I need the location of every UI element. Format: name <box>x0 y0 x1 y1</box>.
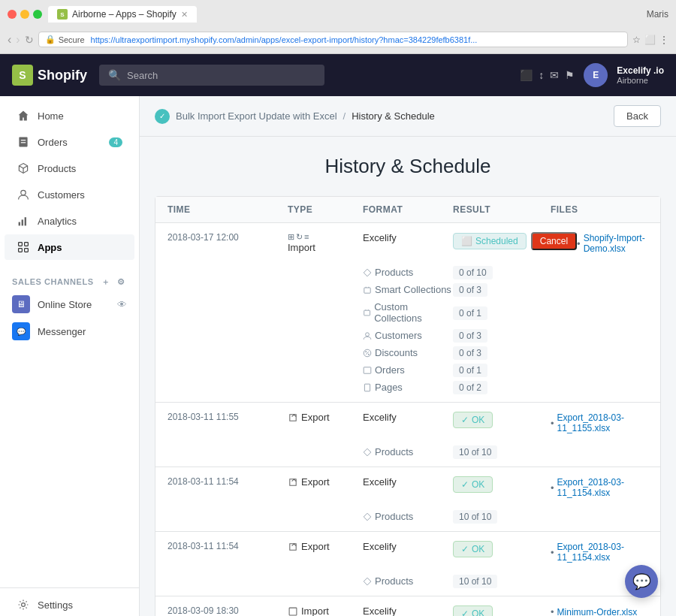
back-button[interactable]: Back <box>614 105 661 127</box>
add-channel-icon[interactable]: ＋ <box>100 276 112 288</box>
file-link-5a[interactable]: Minimum-Order.xlsx <box>557 607 638 617</box>
close-dot[interactable] <box>8 10 17 19</box>
breadcrumb-bar: ✓ Bulk Import Export Update with Excel /… <box>140 96 676 137</box>
maximize-dot[interactable] <box>33 10 42 19</box>
shopify-app: S shopify 🔍 ⬛ ↕ ✉ ⚑ E Excelify .io Airbo… <box>0 54 676 616</box>
file-link-3[interactable]: Export_2018-03-11_1154.xlsx <box>557 477 648 498</box>
export-icon-2 <box>288 412 298 423</box>
sidebar: Home Orders 4 Products <box>0 96 140 616</box>
svg-marker-29 <box>364 448 371 456</box>
channel-online-store-label: Online Store <box>38 299 92 310</box>
page-icon <box>363 383 372 392</box>
custom-col-icon <box>363 308 371 317</box>
row-main-5: 2018-03-09 18:30 Import Excelify ✓ <box>155 596 660 616</box>
cell-time-2: 2018-03-11 11:55 <box>167 412 288 422</box>
tab-close-icon[interactable]: ✕ <box>181 10 188 20</box>
sidebar-label-home: Home <box>38 110 64 122</box>
svg-rect-10 <box>19 243 23 246</box>
minimize-dot[interactable] <box>20 10 29 19</box>
svg-rect-9 <box>25 217 26 225</box>
cell-format-5: Excelify <box>363 605 453 616</box>
table-icon-1: ⊞ <box>288 232 294 242</box>
cell-files-1: • Shopify-Import-Demo.xlsx <box>577 232 648 255</box>
chat-bubble[interactable]: 💬 <box>625 565 658 598</box>
sub-row-3-1: Products 10 of 10 <box>155 508 660 531</box>
sidebar-bottom: Settings <box>0 587 139 616</box>
browser-tab[interactable]: S Airborne – Apps – Shopify ✕ <box>48 6 197 23</box>
settings-channel-icon[interactable]: ⚙ <box>115 276 127 288</box>
sub-count-products-2: 10 of 10 <box>453 446 551 457</box>
cell-result-1: ⬜ Scheduled Cancel <box>453 232 577 250</box>
online-store-icon: 🖥 <box>12 295 30 313</box>
svg-point-14 <box>22 603 26 607</box>
file-link-4[interactable]: Export_2018-03-11_1154.xlsx <box>557 542 648 563</box>
tab-label: Airborne – Apps – Shopify <box>72 9 177 20</box>
svg-point-6 <box>21 190 26 195</box>
nav-icon-1[interactable]: ⬛ <box>520 69 533 81</box>
cancel-button[interactable]: Cancel <box>531 232 577 250</box>
sidebar-item-customers[interactable]: Customers <box>5 182 134 207</box>
sidebar-item-orders[interactable]: Orders 4 <box>5 129 134 155</box>
lock-icon: 🔒 <box>45 35 56 44</box>
file-list-3: • Export_2018-03-11_1154.xlsx <box>551 476 648 499</box>
online-store-eye-icon[interactable]: 👁 <box>117 299 127 310</box>
header-result: Result <box>453 204 551 215</box>
svg-rect-7 <box>19 222 20 226</box>
browser-dots <box>8 10 42 19</box>
extension-icon[interactable]: ⬜ <box>644 35 656 45</box>
sub-label-customers: Customers <box>363 330 453 341</box>
sub-count-discounts: 0 of 3 <box>453 347 551 358</box>
collection-icon <box>363 285 372 294</box>
svg-rect-12 <box>19 249 23 252</box>
nav-right: ⬛ ↕ ✉ ⚑ E Excelify .io Airborne <box>520 63 664 87</box>
check-icon-3: ✓ <box>461 479 469 490</box>
chat-icon: 💬 <box>632 572 651 590</box>
cell-format-4: Excelify <box>363 541 453 552</box>
sidebar-item-apps[interactable]: Apps <box>5 234 134 260</box>
table-row: 2018-03-17 12:00 ⊞ ↻ ≡ Import <box>155 223 660 403</box>
user-avatar[interactable]: E <box>584 63 608 87</box>
nav-icon-3[interactable]: ✉ <box>550 69 559 81</box>
nav-icon-2[interactable]: ↕ <box>539 69 544 81</box>
star-icon[interactable]: ☆ <box>632 35 641 45</box>
bullet-icon: • <box>577 238 581 249</box>
file-list-1: • Shopify-Import-Demo.xlsx <box>577 232 648 255</box>
sub-row-1-3: Custom Collections 0 of 1 <box>155 298 660 327</box>
sidebar-item-analytics[interactable]: Analytics <box>5 208 134 234</box>
customers-icon <box>17 188 30 201</box>
table-row: 2018-03-11 11:54 Export Excelify ✓ <box>155 467 660 532</box>
browser-refresh-icon[interactable]: ↻ <box>25 34 34 46</box>
cell-time-5: 2018-03-09 18:30 <box>167 605 288 616</box>
menu-icon[interactable]: ⋮ <box>659 35 668 45</box>
sidebar-channel-online-store[interactable]: 🖥 Online Store 👁 <box>0 291 139 318</box>
diamond-icon-4 <box>363 577 372 586</box>
apps-icon <box>17 240 30 254</box>
sidebar-item-home[interactable]: Home <box>5 103 134 128</box>
breadcrumb-app-name[interactable]: Bulk Import Export Update with Excel <box>176 110 337 122</box>
file-link-1[interactable]: Shopify-Import-Demo.xlsx <box>584 233 648 254</box>
type-label-1: Import <box>288 242 315 253</box>
browser-back-icon[interactable]: ‹ <box>8 33 11 47</box>
browser-forward-icon[interactable]: › <box>16 33 20 47</box>
search-input[interactable] <box>127 70 315 81</box>
address-box[interactable]: 🔒 Secure https://ultraexportimport.mysho… <box>38 32 628 47</box>
sidebar-item-settings[interactable]: Settings <box>5 589 134 616</box>
sidebar-channel-messenger[interactable]: 💬 Messenger <box>0 318 139 345</box>
nav-icon-4[interactable]: ⚑ <box>565 69 575 81</box>
ok-badge-2: ✓ OK <box>453 412 493 428</box>
sub-label-products-2: Products <box>363 446 453 457</box>
messenger-icon: 💬 <box>12 322 30 340</box>
sub-row-2-1: Products 10 of 10 <box>155 443 660 467</box>
orders-icon <box>17 135 30 149</box>
file-link-2[interactable]: Export_2018-03-11_1155.xlsx <box>557 412 648 433</box>
avatar-initials: E <box>593 70 599 80</box>
sidebar-wrapper: Home Orders 4 Products <box>0 96 139 616</box>
cell-type-4: Export <box>288 541 363 552</box>
cell-format-2: Excelify <box>363 412 453 423</box>
browser-user: Maris <box>647 9 668 20</box>
top-nav: S shopify 🔍 ⬛ ↕ ✉ ⚑ E Excelify .io Airbo… <box>0 54 676 96</box>
sidebar-item-products[interactable]: Products <box>5 156 134 181</box>
search-bar[interactable]: 🔍 <box>99 65 324 86</box>
address-text: https://ultraexportimport.myshopify.com/… <box>91 35 478 44</box>
cell-result-3: ✓ OK <box>453 476 551 493</box>
